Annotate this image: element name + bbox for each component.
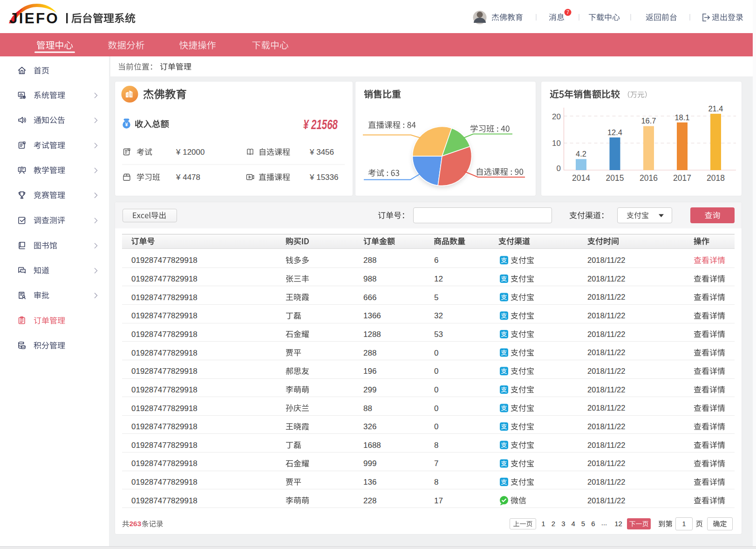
svg-text:2018/11/22: 2018/11/22	[587, 496, 625, 505]
svg-text:53: 53	[434, 330, 443, 339]
svg-text:5: 5	[581, 520, 585, 528]
svg-text:18.1: 18.1	[674, 113, 689, 122]
svg-text:019287477829918: 019287477829918	[131, 385, 198, 394]
svg-text:4: 4	[571, 520, 575, 528]
svg-text:3: 3	[561, 520, 565, 528]
svg-text:2016: 2016	[640, 173, 658, 183]
svg-text:7: 7	[434, 459, 438, 468]
svg-text:666: 666	[363, 293, 376, 302]
svg-text:2015: 2015	[606, 173, 624, 183]
svg-text:228: 228	[363, 496, 376, 505]
svg-text:5: 5	[434, 293, 438, 302]
svg-text:196: 196	[363, 367, 376, 376]
svg-text:1688: 1688	[363, 441, 381, 450]
svg-text:2018/11/22: 2018/11/22	[587, 274, 625, 283]
svg-text:2017: 2017	[673, 173, 691, 183]
svg-text:...: ...	[601, 519, 607, 527]
svg-text:0: 0	[434, 349, 438, 357]
svg-text:1: 1	[682, 520, 686, 528]
svg-text:¥: ¥	[125, 122, 128, 127]
svg-text:2018/11/22: 2018/11/22	[587, 385, 625, 394]
svg-text:019287477829918: 019287477829918	[131, 459, 198, 468]
svg-text:2: 2	[552, 520, 555, 528]
svg-text:2018/11/22: 2018/11/22	[587, 311, 625, 320]
svg-text:2018/11/22: 2018/11/22	[587, 256, 625, 264]
svg-text:1366: 1366	[363, 311, 381, 320]
svg-text:12: 12	[614, 520, 622, 528]
svg-text:¥ 21568: ¥ 21568	[303, 117, 338, 132]
svg-text:2018/11/22: 2018/11/22	[587, 478, 625, 486]
svg-text:1288: 1288	[363, 330, 381, 339]
svg-text:2014: 2014	[572, 173, 590, 183]
svg-text:288: 288	[363, 256, 376, 265]
svg-text:019287477829918: 019287477829918	[131, 256, 198, 265]
svg-text:999: 999	[363, 459, 376, 468]
svg-text:019287477829918: 019287477829918	[131, 422, 198, 431]
svg-text:2018/11/22: 2018/11/22	[587, 459, 625, 467]
svg-text:2018/11/22: 2018/11/22	[587, 441, 625, 449]
svg-text:88: 88	[363, 404, 372, 413]
svg-text:263: 263	[129, 520, 142, 528]
svg-text:12.4: 12.4	[607, 128, 622, 137]
svg-text:12: 12	[434, 274, 443, 283]
svg-text:21.4: 21.4	[708, 104, 723, 113]
svg-text:¥ 3456: ¥ 3456	[309, 148, 334, 157]
svg-text:019287477829918: 019287477829918	[131, 349, 198, 357]
svg-text:326: 326	[363, 422, 376, 431]
svg-text:¥ 4478: ¥ 4478	[176, 173, 200, 182]
svg-text:2018/11/22: 2018/11/22	[587, 348, 625, 357]
svg-text:¥ 12000: ¥ 12000	[176, 148, 204, 157]
svg-text:019287477829918: 019287477829918	[131, 478, 198, 487]
svg-text:0: 0	[434, 404, 438, 413]
svg-text:0: 0	[557, 164, 561, 173]
svg-text:8: 8	[434, 441, 438, 450]
svg-text:7: 7	[566, 9, 569, 15]
svg-text:2018/11/22: 2018/11/22	[587, 367, 625, 375]
svg-text:2018: 2018	[707, 173, 725, 183]
svg-text:019287477829918: 019287477829918	[131, 311, 198, 320]
svg-text:136: 136	[363, 478, 376, 487]
svg-text:10: 10	[552, 139, 561, 148]
svg-text:6: 6	[591, 520, 595, 528]
svg-text:2018/11/22: 2018/11/22	[587, 330, 625, 338]
svg-text:288: 288	[363, 349, 376, 357]
svg-text:988: 988	[363, 274, 376, 283]
svg-text:0: 0	[434, 385, 438, 394]
svg-text:299: 299	[363, 385, 376, 394]
svg-text:8: 8	[434, 478, 438, 487]
svg-text:019287477829918: 019287477829918	[131, 330, 198, 339]
svg-text:2018/11/22: 2018/11/22	[587, 293, 625, 301]
svg-text:1: 1	[541, 520, 545, 528]
svg-text:019287477829918: 019287477829918	[131, 496, 198, 505]
svg-text:16.7: 16.7	[641, 117, 656, 125]
svg-text:JIEFO: JIEFO	[9, 10, 59, 27]
svg-text:019287477829918: 019287477829918	[131, 441, 198, 450]
svg-text:¥ 15336: ¥ 15336	[309, 173, 338, 182]
svg-text:019287477829918: 019287477829918	[131, 367, 198, 376]
svg-text:019287477829918: 019287477829918	[131, 293, 198, 302]
svg-text:2018/11/22: 2018/11/22	[587, 404, 625, 412]
svg-text:6: 6	[434, 256, 438, 265]
svg-text:2018/11/22: 2018/11/22	[587, 422, 625, 431]
svg-text:4.2: 4.2	[576, 150, 586, 158]
svg-text:17: 17	[434, 496, 443, 505]
svg-text:0: 0	[434, 367, 438, 376]
svg-text:0: 0	[434, 422, 438, 431]
svg-text:019287477829918: 019287477829918	[131, 404, 198, 413]
svg-text:32: 32	[434, 311, 443, 320]
svg-text:019287477829918: 019287477829918	[131, 274, 198, 283]
svg-text:20: 20	[552, 112, 561, 121]
